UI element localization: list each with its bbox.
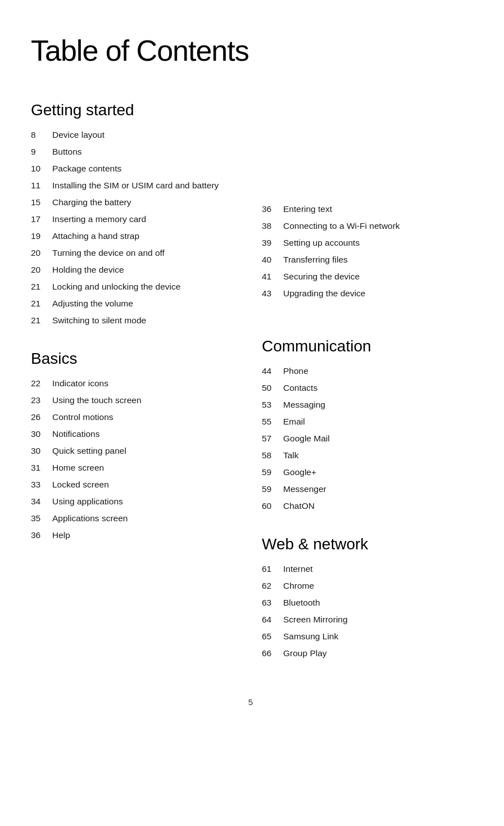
- toc-entry: 26Control motions: [31, 410, 239, 424]
- toc-label: Home screen: [52, 461, 104, 475]
- toc-entry: 66Group Play: [262, 647, 470, 660]
- toc-entry: 41Securing the device: [262, 270, 470, 283]
- toc-label: Holding the device: [52, 263, 124, 277]
- toc-label: Applications screen: [52, 512, 128, 525]
- toc-number: 21: [31, 297, 52, 310]
- toc-label: Google+: [283, 466, 316, 479]
- toc-number: 36: [262, 202, 283, 216]
- toc-entry: 39Setting up accounts: [262, 236, 470, 250]
- toc-entry: 34Using applications: [31, 495, 239, 508]
- toc-entry: 64Screen Mirroring: [262, 613, 470, 626]
- section-title-right-1: Communication: [262, 337, 470, 355]
- toc-label: Locked screen: [52, 478, 109, 491]
- toc-number: 30: [31, 427, 52, 441]
- toc-number: 58: [262, 449, 283, 462]
- toc-number: 43: [262, 287, 283, 300]
- page-title: Table of Contents: [31, 34, 470, 67]
- toc-number: 11: [31, 179, 52, 192]
- toc-entry: 8Device layout: [31, 128, 239, 142]
- toc-label: Screen Mirroring: [283, 613, 348, 626]
- toc-entry: 59Messenger: [262, 482, 470, 496]
- toc-entry: 43Upgrading the device: [262, 287, 470, 300]
- toc-layout: Getting started8Device layout9Buttons10P…: [31, 101, 470, 663]
- toc-entry: 22Indicator icons: [31, 377, 239, 390]
- toc-number: 17: [31, 213, 52, 226]
- toc-entry: 30Quick setting panel: [31, 444, 239, 458]
- toc-label: Setting up accounts: [283, 236, 360, 250]
- toc-label: Internet: [283, 562, 313, 576]
- toc-label: Samsung Link: [283, 630, 338, 643]
- toc-entry: 10Package contents: [31, 162, 239, 175]
- toc-number: 41: [262, 270, 283, 283]
- toc-entry: 63Bluetooth: [262, 596, 470, 610]
- toc-number: 34: [31, 495, 52, 508]
- toc-number: 9: [31, 145, 52, 159]
- toc-label: Turning the device on and off: [52, 246, 165, 260]
- toc-number: 61: [262, 562, 283, 576]
- toc-entry: 55Email: [262, 415, 470, 428]
- toc-label: Entering text: [283, 202, 332, 216]
- toc-label: Adjusting the volume: [52, 297, 133, 310]
- toc-number: 55: [262, 415, 283, 428]
- toc-entry: 40Transferring files: [262, 253, 470, 267]
- toc-number: 23: [31, 394, 52, 407]
- toc-number: 50: [262, 381, 283, 395]
- toc-entry: 23Using the touch screen: [31, 394, 239, 407]
- toc-label: Connecting to a Wi-Fi network: [283, 219, 400, 233]
- toc-number: 19: [31, 229, 52, 243]
- toc-number: 35: [31, 512, 52, 525]
- toc-number: 64: [262, 613, 283, 626]
- toc-entry: 62Chrome: [262, 579, 470, 593]
- toc-label: Indicator icons: [52, 377, 108, 390]
- toc-number: 60: [262, 499, 283, 513]
- toc-entry: 15Charging the battery: [31, 196, 239, 209]
- toc-label: Using applications: [52, 495, 123, 508]
- toc-number: 21: [31, 280, 52, 294]
- toc-entry: 36Entering text: [262, 202, 470, 216]
- toc-label: Messenger: [283, 482, 326, 496]
- toc-entry: 59Google+: [262, 466, 470, 479]
- toc-label: Control motions: [52, 410, 113, 424]
- toc-number: 26: [31, 410, 52, 424]
- toc-entry: 44Phone: [262, 364, 470, 378]
- toc-number: 8: [31, 128, 52, 142]
- toc-label: Contacts: [283, 381, 317, 395]
- toc-number: 65: [262, 630, 283, 643]
- toc-number: 59: [262, 466, 283, 479]
- toc-entry: 65Samsung Link: [262, 630, 470, 643]
- toc-number: 57: [262, 432, 283, 445]
- toc-entry: 58Talk: [262, 449, 470, 462]
- toc-label: Device layout: [52, 128, 105, 142]
- toc-label: Charging the battery: [52, 196, 131, 209]
- toc-label: Locking and unlocking the device: [52, 280, 180, 294]
- toc-number: 20: [31, 263, 52, 277]
- toc-entry: 35Applications screen: [31, 512, 239, 525]
- toc-label: Switching to silent mode: [52, 314, 146, 327]
- toc-right-column: 36Entering text38Connecting to a Wi-Fi n…: [262, 101, 470, 663]
- toc-entry: 21Adjusting the volume: [31, 297, 239, 310]
- toc-entry: 19Attaching a hand strap: [31, 229, 239, 243]
- toc-label: Phone: [283, 364, 308, 378]
- toc-number: 10: [31, 162, 52, 175]
- toc-label: Inserting a memory card: [52, 213, 146, 226]
- toc-label: Using the touch screen: [52, 394, 142, 407]
- toc-label: Quick setting panel: [52, 444, 126, 458]
- toc-entry: 61Internet: [262, 562, 470, 576]
- toc-number: 21: [31, 314, 52, 327]
- toc-label: Group Play: [283, 647, 327, 660]
- section-title-right-2: Web & network: [262, 535, 470, 553]
- toc-number: 22: [31, 377, 52, 390]
- toc-entry: 38Connecting to a Wi-Fi network: [262, 219, 470, 233]
- toc-entry: 21Switching to silent mode: [31, 314, 239, 327]
- toc-number: 53: [262, 398, 283, 412]
- toc-entry: 21Locking and unlocking the device: [31, 280, 239, 294]
- toc-entry: 36Help: [31, 529, 239, 542]
- toc-label: Chrome: [283, 579, 314, 593]
- toc-label: Google Mail: [283, 432, 330, 445]
- toc-number: 38: [262, 219, 283, 233]
- toc-entry: 11Installing the SIM or USIM card and ba…: [31, 179, 239, 192]
- toc-number: 63: [262, 596, 283, 610]
- toc-left-column: Getting started8Device layout9Buttons10P…: [31, 101, 239, 663]
- toc-number: 59: [262, 482, 283, 496]
- toc-entry: 31Home screen: [31, 461, 239, 475]
